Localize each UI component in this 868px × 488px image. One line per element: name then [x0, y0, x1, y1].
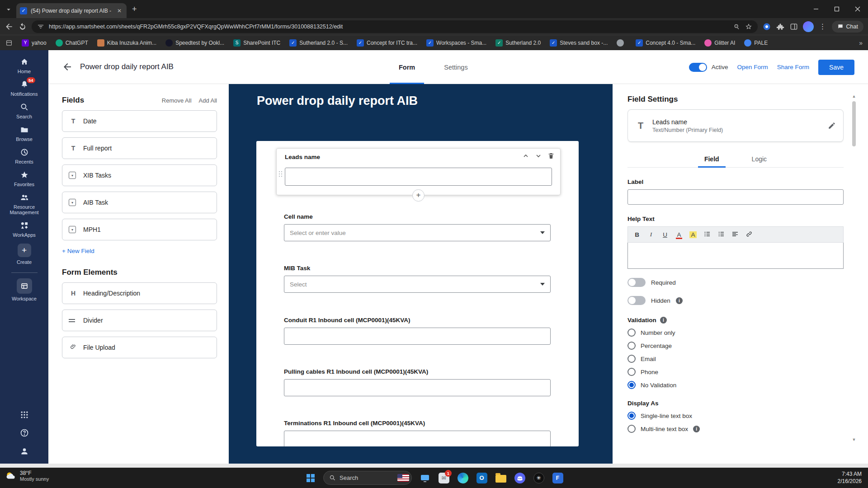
sidebar-item-workspace[interactable]: Workspace	[0, 278, 48, 301]
display-option-single-line[interactable]: Single-line text box	[627, 412, 844, 420]
share-form-link[interactable]: Share Form	[777, 64, 809, 70]
browser-tab[interactable]: ✓ (54) Power drop daily report AIB - ✕	[16, 3, 127, 18]
sidebar-item-resource-management[interactable]: Resource Management	[0, 193, 48, 215]
underline-icon[interactable]: U	[661, 231, 669, 238]
add-all-link[interactable]: Add All	[199, 97, 217, 104]
start-button[interactable]	[304, 472, 316, 484]
tab-search-icon[interactable]	[5, 5, 13, 14]
pulling-cables-input[interactable]	[284, 379, 551, 396]
bookmarks-overflow-icon[interactable]: »	[859, 39, 863, 47]
sidebar-item-create[interactable]: + Create	[0, 244, 48, 265]
bullet-list-icon[interactable]	[717, 230, 725, 239]
system-clock[interactable]: 7:43 AM 2/16/2026	[838, 470, 862, 485]
active-toggle[interactable]	[689, 63, 707, 72]
move-up-icon[interactable]	[522, 152, 529, 160]
bookmark[interactable]: ChatGPT	[56, 39, 88, 47]
bookmark[interactable]: Speedtest by Ookl...	[165, 39, 224, 47]
close-window-button[interactable]	[847, 0, 868, 18]
chat-button[interactable]: Chat	[832, 21, 863, 33]
sidebar-item-recents[interactable]: Recents	[0, 148, 48, 164]
sidebar-item-search[interactable]: Search	[0, 103, 48, 119]
taskbar-app-outlook[interactable]: O	[476, 472, 488, 484]
open-form-link[interactable]: Open Form	[737, 64, 768, 70]
tab-settings[interactable]: Settings	[435, 50, 476, 84]
remove-all-link[interactable]: Remove All	[162, 97, 192, 104]
label-input[interactable]	[627, 189, 844, 205]
link-icon[interactable]	[745, 230, 753, 239]
conduit-input[interactable]	[284, 328, 551, 345]
validation-option-email[interactable]: Email	[627, 355, 844, 363]
zoom-icon[interactable]	[733, 23, 741, 30]
required-toggle[interactable]	[627, 278, 646, 287]
display-option-multi-line[interactable]: Multi-line text box i	[627, 425, 844, 433]
ordered-list-icon[interactable]	[703, 230, 711, 239]
sidebar-item-browse[interactable]: Browse	[0, 125, 48, 142]
element-item-divider[interactable]: Divider	[62, 310, 217, 331]
bookmark[interactable]	[617, 39, 627, 47]
move-down-icon[interactable]	[535, 152, 542, 160]
sidebar-item-home[interactable]: Home	[0, 57, 48, 74]
align-left-icon[interactable]	[731, 230, 739, 239]
bookmark-star-icon[interactable]	[745, 23, 752, 30]
tab-logic[interactable]: Logic	[745, 152, 773, 167]
taskbar-search[interactable]: Search	[323, 471, 412, 485]
tab-close-icon[interactable]: ✕	[116, 8, 123, 14]
leads-name-input[interactable]	[285, 168, 552, 186]
terminations-input[interactable]	[284, 431, 551, 446]
side-panel-icon[interactable]	[789, 22, 798, 31]
url-text[interactable]: https://app.smartsheet.com/sheets/qFR2pG…	[49, 23, 729, 30]
apps-grid-icon[interactable]	[20, 410, 29, 419]
bookmark[interactable]: ✓Sutherland 2.0	[495, 39, 541, 47]
radio-icon[interactable]	[627, 342, 636, 350]
scroll-up-icon[interactable]: ▲	[852, 94, 856, 99]
edit-pencil-icon[interactable]	[828, 122, 836, 130]
info-icon[interactable]: i	[676, 297, 683, 304]
help-text-area[interactable]	[627, 243, 844, 269]
radio-icon[interactable]	[627, 425, 636, 433]
taskbar-app-dark[interactable]: ✳	[533, 472, 545, 484]
taskbar-app-desktop[interactable]	[419, 472, 431, 484]
help-icon[interactable]	[20, 428, 29, 437]
new-tab-button[interactable]: +	[132, 5, 137, 14]
radio-icon[interactable]	[627, 368, 636, 376]
back-arrow-icon[interactable]	[62, 61, 73, 72]
radio-icon[interactable]	[627, 328, 636, 337]
bookmark[interactable]: ✓Concept for ITC tra...	[357, 39, 417, 47]
minimize-button[interactable]	[806, 0, 826, 18]
radio-selected-icon[interactable]	[627, 412, 636, 420]
sidebar-item-favorites[interactable]: Favorites	[0, 170, 48, 187]
extensions-puzzle-icon[interactable]	[776, 22, 785, 31]
taskbar-app-mail[interactable]: ✉ 1	[438, 472, 450, 484]
sidebar-item-workapps[interactable]: WorkApps	[0, 221, 48, 238]
selected-field-card[interactable]: Leads name	[276, 148, 561, 195]
drag-handle-icon[interactable]	[279, 171, 283, 177]
cell-name-select[interactable]: Select or enter value	[284, 224, 551, 241]
bookmark[interactable]: PALE	[744, 39, 768, 47]
settings-scrollbar[interactable]: ▲ ▼	[851, 94, 857, 442]
delete-field-icon[interactable]	[547, 152, 555, 160]
profile-avatar[interactable]	[803, 21, 814, 32]
scroll-down-icon[interactable]: ▼	[852, 437, 856, 442]
validation-option-percentage[interactable]: Percentage	[627, 342, 844, 350]
browser-menu-icon[interactable]: ⋮	[818, 22, 827, 31]
tune-icon[interactable]	[37, 23, 44, 30]
bookmark[interactable]: ✓Concept 4.0 - Sma...	[636, 39, 695, 47]
bookmark[interactable]: ✓Steves sand box -...	[550, 39, 608, 47]
field-item-full-report[interactable]: T Full report	[62, 137, 217, 159]
element-item-file-upload[interactable]: File Upload	[62, 337, 217, 358]
validation-option-no-validation[interactable]: No Validation	[627, 381, 844, 389]
add-field-button[interactable]: +	[412, 189, 425, 202]
tab-form[interactable]: Form	[390, 50, 424, 84]
sidebar-item-notifications[interactable]: 54 Notifications	[0, 80, 48, 97]
taskbar-app-blue[interactable]: F	[552, 472, 564, 484]
taskbar-app-discord[interactable]	[514, 472, 526, 484]
weather-widget[interactable]: 38°F Mostly sunny	[5, 470, 49, 482]
bookmark[interactable]: Kiba Inuzuka Anim...	[97, 39, 156, 47]
taskbar-app-edge[interactable]	[457, 472, 469, 484]
bookmark[interactable]: ✓Workspaces - Sma...	[426, 39, 486, 47]
reading-panel-icon[interactable]	[5, 39, 13, 47]
info-icon[interactable]: i	[693, 426, 700, 432]
save-button[interactable]: Save	[818, 60, 854, 75]
field-item-xib-tasks[interactable]: ▾ XIB Tasks	[62, 164, 217, 186]
validation-option-phone[interactable]: Phone	[627, 368, 844, 376]
